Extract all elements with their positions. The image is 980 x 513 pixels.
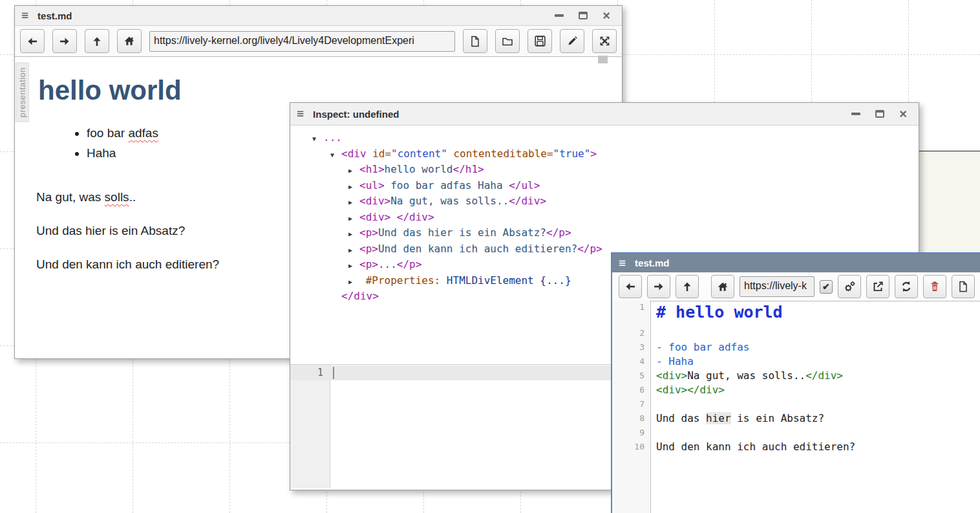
expand-triangle-icon[interactable]: ▶ (348, 164, 359, 179)
url-input[interactable]: https://lively-kernel.org/lively4/Lively… (149, 31, 455, 52)
line-code: - Haha (651, 355, 694, 369)
line-code: - foo bar adfas (651, 340, 750, 355)
line-code: <div>Na gut, was solls..</div> (651, 369, 843, 383)
back-button[interactable] (619, 275, 642, 298)
editor-line[interactable]: 4- Haha (612, 355, 980, 369)
text-run: foo bar (87, 126, 128, 140)
editor-filler (612, 454, 980, 513)
titlebar[interactable]: ≡ test.md × (15, 6, 622, 26)
text-run: .. (129, 190, 136, 204)
minimize-icon[interactable] (555, 14, 564, 17)
line-code: Und den kann ich auch editieren? (651, 440, 855, 454)
tree-row[interactable]: ▶<ul> foo bar adfas Haha </ul> (312, 179, 919, 195)
line-code (651, 397, 656, 411)
forward-button[interactable] (52, 29, 77, 53)
line-number: 5 (612, 369, 651, 383)
window-markdown-editor: ≡ test.md https://lively-k ✔ 1# hello wo… (611, 252, 980, 513)
line-code: # hello world (651, 300, 783, 326)
expand-triangle-icon[interactable]: ▶ (348, 275, 359, 290)
edit-pencil-button[interactable] (560, 29, 584, 53)
expand-triangle-icon[interactable]: ▶ (348, 259, 359, 274)
presentation-tab[interactable]: presentation (16, 63, 29, 122)
line-number: 9 (612, 426, 651, 440)
window-menu-icon[interactable]: ≡ (21, 8, 28, 23)
misspelled-word: adfas (128, 126, 158, 140)
line-number: 1 (612, 300, 651, 326)
collapse-triangle-icon[interactable]: ▼ (330, 148, 341, 163)
open-external-button[interactable] (866, 275, 889, 298)
line-number: 10 (612, 440, 651, 454)
line-number: 6 (612, 383, 651, 397)
delete-trash-button[interactable] (923, 275, 946, 298)
line-number: 3 (612, 340, 651, 355)
titlebar[interactable]: ≡ Inspect: undefined × (290, 103, 919, 126)
tree-row[interactable]: ▶<h1>hello world</h1> (312, 162, 919, 179)
window-title: test.md (37, 10, 72, 21)
close-icon[interactable]: × (899, 109, 907, 118)
tree-row[interactable]: ▶<p>Und das hier is ein Absatz?</p> (312, 226, 919, 242)
home-button[interactable] (117, 29, 142, 53)
folder-button[interactable] (495, 29, 520, 53)
editor-line[interactable]: 9 (612, 426, 980, 440)
editor-line[interactable]: 1# hello world (612, 300, 980, 326)
misspelled-word: solls (105, 190, 129, 204)
line-code (651, 326, 656, 340)
minimize-icon[interactable] (851, 113, 860, 115)
expand-triangle-icon[interactable]: ▶ (348, 243, 359, 258)
window-menu-icon[interactable]: ≡ (619, 256, 626, 270)
new-file-button[interactable] (463, 29, 487, 53)
new-file-button[interactable] (952, 275, 975, 298)
url-checkbox[interactable]: ✔ (820, 280, 833, 294)
expand-button[interactable] (592, 29, 617, 53)
tree-row[interactable]: ▼<div id="content" contenteditable="true… (312, 147, 919, 163)
markdown-source-editor[interactable]: 1# hello world23- foo bar adfas4- Haha5<… (612, 300, 980, 513)
close-icon[interactable]: × (602, 11, 610, 20)
expand-triangle-icon[interactable]: ▶ (348, 212, 359, 226)
navigation-toolbar: https://lively-k ✔ (612, 272, 980, 301)
line-number: 8 (612, 411, 651, 426)
collapse-triangle-icon[interactable]: ▼ (312, 132, 323, 147)
line-number-gutter (612, 454, 651, 513)
line-code: Und das hier is ein Absatz? (651, 411, 824, 426)
line-number: 7 (612, 397, 651, 411)
titlebar[interactable]: ≡ test.md (612, 254, 980, 272)
text-run: Haha (87, 146, 116, 160)
text-run: Und das hier is ein Absatz? (36, 224, 185, 237)
url-input[interactable]: https://lively-k (740, 276, 815, 297)
maximize-icon[interactable] (579, 12, 588, 19)
save-button[interactable] (527, 29, 552, 53)
editor-line[interactable]: 6<div></div> (612, 383, 980, 397)
line-code: <div></div> (651, 383, 725, 397)
text-run: Na gut, was (36, 190, 105, 204)
scrollbar-thumb[interactable] (598, 56, 608, 63)
editor-line[interactable]: 3- foo bar adfas (612, 340, 980, 355)
home-button[interactable] (711, 275, 734, 298)
window-title: test.md (635, 257, 669, 268)
editor-line[interactable]: 10Und den kann ich auch editieren? (612, 440, 980, 454)
editor-line[interactable]: 5<div>Na gut, was solls..</div> (612, 369, 980, 383)
up-button[interactable] (676, 275, 699, 298)
expand-triangle-icon[interactable]: ▶ (348, 180, 359, 195)
text-cursor (333, 367, 334, 379)
tree-row[interactable]: ▶<div> </div> (312, 210, 919, 226)
partial-window-fragment (919, 151, 980, 253)
settings-gears-button[interactable] (838, 275, 861, 298)
tree-row[interactable]: ▼... (312, 131, 919, 147)
editor-line[interactable]: 2 (612, 326, 980, 340)
back-button[interactable] (20, 29, 45, 53)
line-number: 2 (612, 326, 651, 340)
navigation-toolbar: https://lively-kernel.org/lively4/Lively… (15, 26, 622, 57)
maximize-icon[interactable] (875, 110, 884, 118)
forward-button[interactable] (647, 275, 670, 298)
editor-line[interactable]: 7 (612, 397, 980, 411)
window-menu-icon[interactable]: ≡ (297, 107, 304, 121)
expand-triangle-icon[interactable]: ▶ (348, 195, 359, 210)
text-run: Und den kann ich auch editieren? (36, 257, 219, 271)
line-code (651, 426, 656, 440)
expand-triangle-icon[interactable]: ▶ (348, 227, 359, 242)
tree-row[interactable]: ▶<div>Na gut, was solls..</div> (312, 194, 919, 210)
line-number: 4 (612, 355, 651, 369)
up-button[interactable] (85, 29, 109, 53)
refresh-button[interactable] (895, 275, 918, 298)
editor-line[interactable]: 8Und das hier is ein Absatz? (612, 411, 980, 426)
